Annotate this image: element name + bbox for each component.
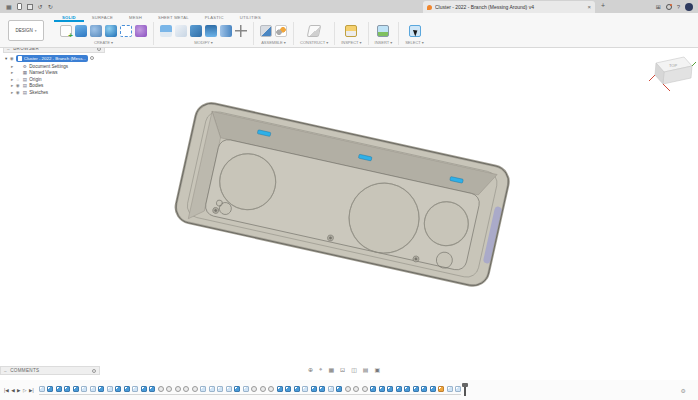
timeline-settings-icon[interactable]: ⚙ — [681, 387, 686, 394]
expand-caret[interactable] — [11, 90, 13, 95]
tool-icon[interactable] — [60, 25, 72, 37]
timeline-feature-icon[interactable] — [447, 386, 453, 392]
timeline-feature-icon[interactable] — [430, 386, 436, 392]
timeline-feature-icon[interactable] — [421, 386, 427, 392]
nav-tool-icon[interactable]: ▣ — [374, 366, 380, 373]
group-label[interactable]: INSERT ▾ — [375, 40, 393, 45]
timeline-feature-icon[interactable] — [455, 386, 461, 392]
expand-caret[interactable] — [11, 70, 13, 75]
collapse-icon[interactable]: − — [4, 368, 7, 374]
activate-radio[interactable] — [90, 56, 94, 60]
timeline-feature-icon[interactable] — [217, 386, 223, 392]
timeline-feature-icon[interactable] — [132, 386, 138, 392]
active-document-pill[interactable]: Cluster - 2022 - Branch (Mess... — [16, 55, 88, 62]
timeline-feature-icon[interactable] — [243, 386, 249, 392]
expand-caret[interactable] — [11, 83, 13, 88]
timeline-feature-icon[interactable] — [404, 386, 410, 392]
timeline-feature-icon[interactable] — [251, 386, 257, 392]
group-label[interactable]: ASSEMBLE ▾ — [261, 40, 286, 45]
timeline-feature-icon[interactable] — [311, 386, 317, 392]
titlebar-icon[interactable] — [48, 4, 53, 10]
playback-button[interactable]: ▶| — [29, 388, 34, 393]
timeline-feature-icon[interactable] — [226, 386, 232, 392]
titlebar-icon[interactable] — [6, 4, 12, 10]
tool-icon[interactable] — [190, 25, 202, 37]
titlebar-icon[interactable] — [38, 4, 43, 10]
timeline-feature-icon[interactable] — [47, 386, 53, 392]
timeline-feature-icon[interactable] — [234, 386, 240, 392]
timeline-feature-icon[interactable] — [158, 386, 164, 392]
browser-root-item[interactable]: Cluster - 2022 - Branch (Mess... — [5, 55, 105, 62]
timeline-feature-icon[interactable] — [115, 386, 121, 392]
ribbon-tab[interactable]: SURFACE — [84, 13, 121, 22]
timeline-feature-icon[interactable] — [285, 386, 291, 392]
group-label[interactable]: CREATE ▾ — [94, 40, 113, 45]
visibility-toggle[interactable] — [15, 77, 20, 82]
comments-header[interactable]: − COMMENTS — [0, 366, 100, 375]
timeline-feature-icon[interactable] — [319, 386, 325, 392]
timeline-feature-icon[interactable] — [90, 386, 96, 392]
expand-caret[interactable] — [5, 56, 7, 61]
timeline-feature-icon[interactable] — [192, 386, 198, 392]
visibility-toggle[interactable] — [9, 56, 14, 61]
tool-icon[interactable] — [90, 25, 102, 37]
timeline-feature-icon[interactable] — [370, 386, 376, 392]
nav-tool-icon[interactable]: ◫ — [351, 366, 357, 373]
tool-icon[interactable] — [260, 25, 272, 37]
close-tab-icon[interactable]: × — [587, 4, 591, 10]
tool-icon[interactable] — [105, 25, 117, 37]
ribbon-tab[interactable]: PLASTIC — [197, 13, 232, 22]
extensions-icon[interactable] — [656, 4, 661, 10]
timeline-feature-icon[interactable] — [98, 386, 104, 392]
timeline-feature-icon[interactable] — [183, 386, 189, 392]
timeline-feature-icon[interactable] — [362, 386, 368, 392]
document-tab[interactable]: Cluster - 2022 - Branch (Messing Around)… — [423, 1, 595, 13]
tool-icon[interactable] — [275, 25, 287, 37]
playback-button[interactable]: ▷ — [23, 388, 26, 393]
group-label[interactable]: MODIFY ▾ — [194, 40, 213, 45]
tool-icon[interactable] — [307, 25, 322, 37]
ribbon-tab[interactable]: MESH — [121, 13, 150, 22]
timeline-feature-icon[interactable] — [209, 386, 215, 392]
timeline-feature-icon[interactable] — [149, 386, 155, 392]
group-label[interactable]: INSPECT ▾ — [341, 40, 361, 45]
tool-icon[interactable] — [120, 25, 132, 37]
timeline-feature-icon[interactable] — [438, 386, 444, 392]
timeline-feature-icon[interactable] — [268, 386, 274, 392]
nav-tool-icon[interactable]: ▤ — [363, 366, 369, 373]
help-icon[interactable]: ? — [677, 4, 680, 10]
timeline-feature-icon[interactable] — [200, 386, 206, 392]
timeline-feature-icon[interactable] — [336, 386, 342, 392]
panel-pin-icon[interactable] — [92, 369, 96, 373]
titlebar-icon[interactable] — [27, 4, 33, 10]
timeline-feature-icon[interactable] — [166, 386, 172, 392]
playback-button[interactable]: |◀ — [4, 388, 9, 393]
timeline-feature-icon[interactable] — [387, 386, 393, 392]
viewcube[interactable]: TOP — [646, 44, 696, 94]
ribbon-tab[interactable]: SOLID — [54, 13, 84, 22]
workspace-selector[interactable]: DESIGN ▾ — [8, 20, 44, 41]
timeline-feature-icon[interactable] — [141, 386, 147, 392]
tool-icon[interactable] — [135, 25, 147, 37]
tool-icon[interactable] — [160, 25, 172, 37]
nav-tool-icon[interactable]: ⌖ — [319, 366, 322, 373]
tool-icon[interactable] — [409, 25, 421, 37]
timeline-feature-icon[interactable] — [353, 386, 359, 392]
tool-icon[interactable] — [235, 25, 247, 37]
ribbon-tab[interactable]: SHEET METAL — [150, 13, 197, 22]
timeline-feature-icon[interactable] — [107, 386, 113, 392]
new-tab-button[interactable]: + — [601, 2, 605, 9]
browser-item[interactable]: Sketches — [5, 89, 105, 96]
group-label[interactable]: SELECT ▾ — [405, 40, 424, 45]
visibility-toggle[interactable] — [15, 83, 20, 88]
timeline-feature-icon[interactable] — [56, 386, 62, 392]
nav-tool-icon[interactable]: ▦ — [328, 366, 334, 373]
timeline-playhead[interactable] — [464, 384, 466, 396]
tool-icon[interactable] — [377, 25, 389, 37]
visibility-toggle[interactable] — [15, 90, 20, 95]
timeline-feature-icon[interactable] — [260, 386, 266, 392]
ribbon-tab[interactable]: UTILITIES — [232, 13, 269, 22]
notifications-icon[interactable] — [666, 4, 672, 10]
timeline-feature-icon[interactable] — [81, 386, 87, 392]
timeline-feature-icon[interactable] — [328, 386, 334, 392]
